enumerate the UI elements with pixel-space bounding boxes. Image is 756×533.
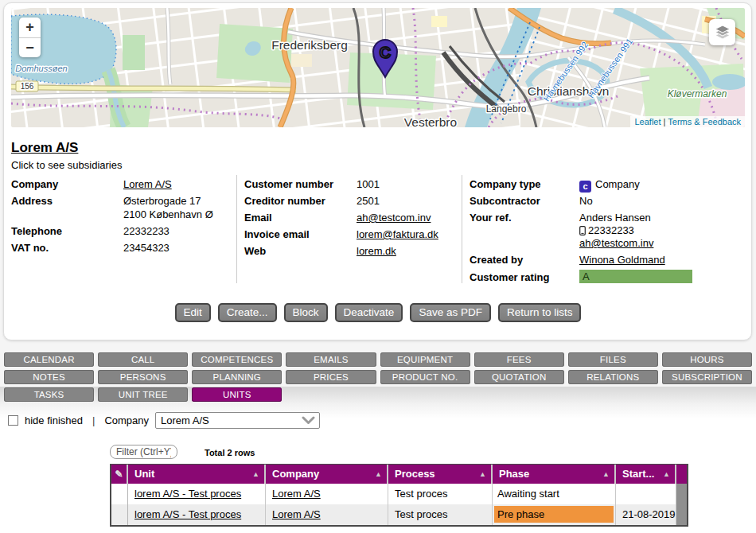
company-type-value: Company <box>595 178 640 190</box>
your-ref-name: Anders Hansen <box>579 212 651 224</box>
invoice-email-label: Invoice email <box>244 228 310 240</box>
sort-asc-icon[interactable]: ▲ <box>602 465 610 484</box>
tab-files[interactable]: FILES <box>568 352 658 367</box>
sort-asc-icon[interactable]: ▲ <box>663 465 670 484</box>
created-by-link[interactable]: Winona Goldmand <box>579 254 665 266</box>
tab-fees[interactable]: FEES <box>474 352 564 367</box>
table-row: lorem A/S - Test proces Lorem A/S Test p… <box>111 504 687 525</box>
tab-units[interactable]: UNITS <box>192 387 282 402</box>
email-link[interactable]: ah@testcom.inv <box>357 212 431 224</box>
phase-cell: Awaiting start <box>494 485 614 502</box>
company-label: Company <box>11 178 58 190</box>
scrollbar-thumb[interactable] <box>676 484 687 504</box>
tab-unit-tree[interactable]: UNIT TREE <box>98 387 188 402</box>
tab-hours[interactable]: HOURS <box>662 352 752 367</box>
company-cell-link[interactable]: Lorem A/S <box>272 508 321 520</box>
column-header-company[interactable]: Company▲ <box>266 465 388 484</box>
web-link[interactable]: lorem.dk <box>357 245 396 257</box>
zoom-out-button[interactable]: − <box>19 37 41 57</box>
svg-text:C: C <box>380 44 391 61</box>
address-label: Address <box>11 195 53 207</box>
map-canvas[interactable]: 156 Frederiksberg Christianshavn Vesterb… <box>11 8 745 127</box>
layers-button[interactable] <box>709 19 735 45</box>
return-to-lists-button[interactable]: Return to lists <box>498 303 582 322</box>
telephone-value: 22332233 <box>123 225 170 237</box>
address-line1: Østerbrogade 17 <box>123 195 201 207</box>
layers-icon <box>714 25 731 41</box>
company-select-value: Lorem A/S <box>161 414 209 426</box>
scrollbar-header-cell <box>676 465 687 484</box>
filter-bar: hide finished | Company Lorem A/S <box>8 410 320 430</box>
tab-planning[interactable]: PLANNING <box>192 370 282 384</box>
hide-finished-label: hide finished <box>25 414 83 426</box>
leaflet-link[interactable]: Leaflet <box>634 117 661 126</box>
zoom-in-button[interactable]: + <box>19 18 41 37</box>
deactivate-button[interactable]: Deactivate <box>335 303 403 322</box>
tab-calendar[interactable]: CALENDAR <box>4 352 94 367</box>
tab-call[interactable]: CALL <box>98 352 188 367</box>
table-header-row: ✎ Unit▲ Company▲ Process▲ Phase▲ Start..… <box>111 465 687 484</box>
tab-subscription[interactable]: SUBSCRIPTION <box>662 370 752 384</box>
map-label-vesterbro: Vesterbro <box>404 115 457 127</box>
company-cell-link[interactable]: Lorem A/S <box>272 488 321 500</box>
tab-product-no[interactable]: PRODUCT NO. <box>380 370 470 384</box>
edit-cell[interactable] <box>111 504 128 525</box>
app-screen: 156 Frederiksberg Christianshavn Vesterb… <box>0 0 756 533</box>
sort-asc-icon[interactable]: ▲ <box>252 465 259 484</box>
tab-emails[interactable]: EMAILS <box>286 352 376 367</box>
tab-tasks[interactable]: TASKS <box>4 387 94 402</box>
mobile-phone-icon <box>579 226 586 238</box>
map-route-badge: 156 <box>21 82 34 91</box>
company-link[interactable]: Lorem A/S <box>123 178 172 190</box>
tab-prices[interactable]: PRICES <box>286 370 376 384</box>
vat-value: 23454323 <box>123 242 170 254</box>
column-header-process[interactable]: Process▲ <box>388 465 493 484</box>
chevron-down-icon <box>302 416 315 425</box>
tab-relations[interactable]: RELATIONS <box>568 370 658 384</box>
unit-link[interactable]: lorem A/S - Test proces <box>134 488 241 500</box>
sort-asc-icon[interactable]: ▲ <box>479 465 486 484</box>
tab-persons[interactable]: PERSONS <box>98 370 188 384</box>
customer-number-label: Customer number <box>244 178 333 190</box>
company-filter-label: Company <box>104 414 149 426</box>
page-title[interactable]: Lorem A/S <box>11 140 78 156</box>
terms-feedback-link[interactable]: Terms & Feedback <box>668 117 741 126</box>
table-scrollbar[interactable] <box>676 484 687 504</box>
tabs-row-2: NOTES PERSONS PLANNING PRICES PRODUCT NO… <box>4 370 752 384</box>
column-divider <box>462 175 462 283</box>
sort-asc-icon[interactable]: ▲ <box>375 465 382 484</box>
email-label: Email <box>244 212 272 224</box>
edit-button[interactable]: Edit <box>175 303 211 322</box>
table-scrollbar[interactable] <box>676 504 687 525</box>
column-header-unit[interactable]: Unit▲ <box>128 465 266 484</box>
hide-finished-checkbox[interactable] <box>8 415 18 426</box>
unit-link[interactable]: lorem A/S - Test proces <box>134 508 241 520</box>
company-type-label: Company type <box>470 178 541 190</box>
edit-cell[interactable] <box>111 484 128 504</box>
creditor-number-label: Creditor number <box>244 195 325 207</box>
attribution-separator: | <box>661 117 668 126</box>
tab-quotation[interactable]: QUOTATION <box>474 370 564 384</box>
save-as-pdf-button[interactable]: Save as PDF <box>410 303 491 322</box>
subcontractor-value: No <box>579 195 593 207</box>
your-ref-email-link[interactable]: ah@testcom.inv <box>579 237 653 249</box>
create-button[interactable]: Create... <box>218 303 277 322</box>
created-by-label: Created by <box>470 254 523 266</box>
tab-equipment[interactable]: EQUIPMENT <box>380 352 470 367</box>
total-rows-label: Total 2 rows <box>205 448 255 457</box>
tab-notes[interactable]: NOTES <box>4 370 94 384</box>
column-header-phase[interactable]: Phase▲ <box>493 465 616 484</box>
start-cell <box>616 484 676 504</box>
company-select[interactable]: Lorem A/S <box>155 412 320 429</box>
table-filter-input[interactable] <box>110 445 177 459</box>
column-header-start[interactable]: Start...▲ <box>616 465 676 484</box>
tab-competences[interactable]: COMPETENCES <box>192 352 282 367</box>
customer-rating-label: Customer rating <box>470 271 549 283</box>
map-label-klovermarken: Kløvermarken <box>668 88 727 99</box>
invoice-email-link[interactable]: lorem@faktura.dk <box>357 228 438 240</box>
scrollbar-thumb[interactable] <box>676 504 687 525</box>
web-label: Web <box>244 245 266 257</box>
subcontractor-label: Subcontractor <box>470 195 540 207</box>
block-button[interactable]: Block <box>284 303 328 322</box>
map-zoom-control: + − <box>19 18 41 57</box>
